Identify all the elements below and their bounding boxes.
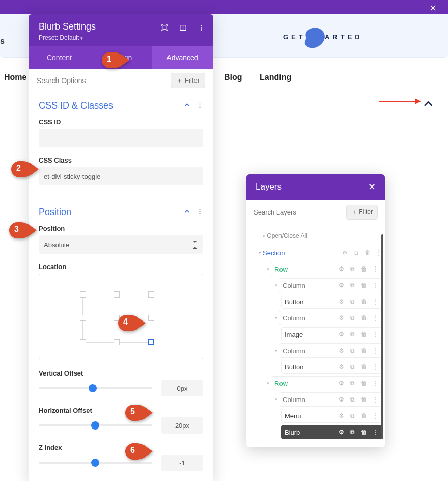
slider-voffset[interactable] <box>39 387 152 389</box>
focus-icon[interactable] <box>160 23 169 32</box>
close-icon[interactable]: ✕ <box>429 3 437 14</box>
tree-mod-button-1[interactable]: Button ⚙⧉🗑⋮ <box>251 293 382 310</box>
duplicate-icon[interactable]: ⧉ <box>349 429 356 436</box>
tree-col-3[interactable]: ▾ Column ⚙⧉🗑⋮ <box>251 342 382 359</box>
trash-icon[interactable]: 🗑 <box>360 413 367 419</box>
duplicate-icon[interactable]: ⧉ <box>349 315 356 322</box>
duplicate-icon[interactable]: ⧉ <box>349 413 356 419</box>
tree-mod-image[interactable]: Image ⚙⧉🗑⋮ <box>251 326 382 342</box>
trash-icon[interactable]: 🗑 <box>364 250 371 256</box>
gear-icon[interactable]: ⚙ <box>338 429 345 436</box>
nav-home[interactable]: Home <box>4 73 26 82</box>
trash-icon[interactable]: 🗑 <box>360 380 367 387</box>
gear-icon[interactable]: ⚙ <box>342 250 348 256</box>
kebab-icon[interactable]: ⋮ <box>372 364 378 370</box>
value-hoffset[interactable]: 20px <box>161 417 203 434</box>
kebab-icon[interactable]: ⋮ <box>372 266 378 273</box>
anchor-top-right[interactable] <box>148 291 154 298</box>
chevron-up-icon[interactable] <box>424 99 433 111</box>
trash-icon[interactable]: 🗑 <box>360 331 367 338</box>
trash-icon[interactable]: 🗑 <box>360 429 367 436</box>
select-position[interactable] <box>39 235 203 254</box>
value-voffset[interactable]: 0px <box>161 380 203 396</box>
trash-icon[interactable]: 🗑 <box>360 299 367 305</box>
duplicate-icon[interactable]: ⧉ <box>349 299 356 305</box>
kebab-icon[interactable]: ⋮ <box>372 380 378 387</box>
kebab-icon[interactable] <box>197 101 203 111</box>
kebab-icon[interactable] <box>197 208 203 217</box>
tree-mod-menu[interactable]: Menu ⚙⧉🗑⋮ <box>251 408 382 424</box>
duplicate-icon[interactable]: ⧉ <box>349 364 356 370</box>
search-input[interactable] <box>37 76 171 85</box>
duplicate-icon[interactable]: ⧉ <box>353 250 359 256</box>
section-title-css[interactable]: CSS ID & Classes <box>39 100 113 111</box>
duplicate-icon[interactable]: ⧉ <box>349 266 356 273</box>
anchor-top-left[interactable] <box>80 291 86 298</box>
nav-blog[interactable]: Blog <box>224 73 242 82</box>
duplicate-icon[interactable]: ⧉ <box>349 380 356 387</box>
anchor-top-center[interactable] <box>114 291 120 298</box>
kebab-icon[interactable]: ⋮ <box>372 396 378 403</box>
tab-content[interactable]: Content <box>29 46 90 69</box>
value-zindex[interactable]: -1 <box>161 455 203 471</box>
tree-mod-blurb[interactable]: Blurb ⚙⧉🗑⋮ <box>251 424 382 440</box>
tree-row-1[interactable]: ▾ Row ⚙⧉🗑⋮ <box>251 261 382 277</box>
columns-icon[interactable] <box>179 23 187 32</box>
preset-dropdown[interactable]: Preset: Default <box>39 34 203 41</box>
kebab-icon[interactable]: ⋮ <box>372 315 378 322</box>
open-close-all[interactable]: ▾ Open/Close All <box>251 230 382 245</box>
gear-icon[interactable]: ⚙ <box>338 315 345 322</box>
trash-icon[interactable]: 🗑 <box>360 315 367 322</box>
duplicate-icon[interactable]: ⧉ <box>349 348 356 354</box>
gear-icon[interactable]: ⚙ <box>338 299 345 305</box>
trash-icon[interactable]: 🗑 <box>360 396 367 403</box>
duplicate-icon[interactable]: ⧉ <box>349 331 356 338</box>
gear-icon[interactable]: ⚙ <box>338 364 345 370</box>
duplicate-icon[interactable]: ⧉ <box>349 396 356 403</box>
trash-icon[interactable]: 🗑 <box>360 282 367 289</box>
filter-button[interactable]: ＋Filter <box>171 73 205 88</box>
kebab-icon[interactable]: ⋮ <box>372 413 378 419</box>
kebab-icon[interactable] <box>197 23 205 32</box>
tree-row-2[interactable]: ▾ Row ⚙⧉🗑⋮ <box>251 375 382 391</box>
gear-icon[interactable]: ⚙ <box>338 380 345 387</box>
anchor-bot-left[interactable] <box>80 339 86 345</box>
layers-search-input[interactable] <box>254 208 342 216</box>
slider-zindex[interactable] <box>39 462 152 464</box>
close-icon[interactable]: ✕ <box>368 181 376 193</box>
input-css-id[interactable] <box>39 129 203 147</box>
gear-icon[interactable]: ⚙ <box>338 266 345 273</box>
gear-icon[interactable]: ⚙ <box>338 331 345 338</box>
duplicate-icon[interactable]: ⧉ <box>349 282 356 289</box>
kebab-icon[interactable]: ⋮ <box>372 331 378 338</box>
layers-filter-button[interactable]: ＋ Filter <box>346 205 378 220</box>
tree-col-2[interactable]: ▾ Column ⚙⧉🗑⋮ <box>251 310 382 326</box>
anchor-bot-center[interactable] <box>114 339 120 345</box>
anchor-mid-left[interactable] <box>80 315 86 321</box>
gear-icon[interactable]: ⚙ <box>338 348 345 354</box>
trash-icon[interactable]: 🗑 <box>360 266 367 273</box>
section-title-position[interactable]: Position <box>39 207 71 218</box>
chevron-up-icon[interactable] <box>184 101 190 111</box>
tree-col-4[interactable]: ▾ Column ⚙⧉🗑⋮ <box>251 391 382 408</box>
tree-section[interactable]: ▾ Section ⚙⧉🗑⋮ <box>251 245 382 261</box>
kebab-icon[interactable]: ⋮ <box>372 429 378 436</box>
tree-col-1[interactable]: ▾ Column ⚙⧉🗑⋮ <box>251 277 382 293</box>
gear-icon[interactable]: ⚙ <box>338 282 345 289</box>
trash-icon[interactable]: 🗑 <box>360 348 367 354</box>
anchor-bot-right[interactable] <box>148 339 154 345</box>
tree-mod-button-2[interactable]: Button ⚙⧉🗑⋮ <box>251 359 382 375</box>
kebab-icon[interactable]: ⋮ <box>372 299 378 305</box>
slider-hoffset[interactable] <box>39 424 152 426</box>
trash-icon[interactable]: 🗑 <box>360 364 367 370</box>
kebab-icon[interactable]: ⋮ <box>375 250 382 256</box>
gear-icon[interactable]: ⚙ <box>338 396 345 403</box>
gear-icon[interactable]: ⚙ <box>338 413 345 419</box>
kebab-icon[interactable]: ⋮ <box>372 348 378 354</box>
chevron-up-icon[interactable] <box>184 208 190 217</box>
nav-landing[interactable]: Landing <box>260 73 291 82</box>
anchor-mid-right[interactable] <box>148 315 154 321</box>
kebab-icon[interactable]: ⋮ <box>372 282 378 289</box>
tab-advanced[interactable]: Advanced <box>152 46 213 69</box>
input-css-class[interactable] <box>39 167 203 185</box>
